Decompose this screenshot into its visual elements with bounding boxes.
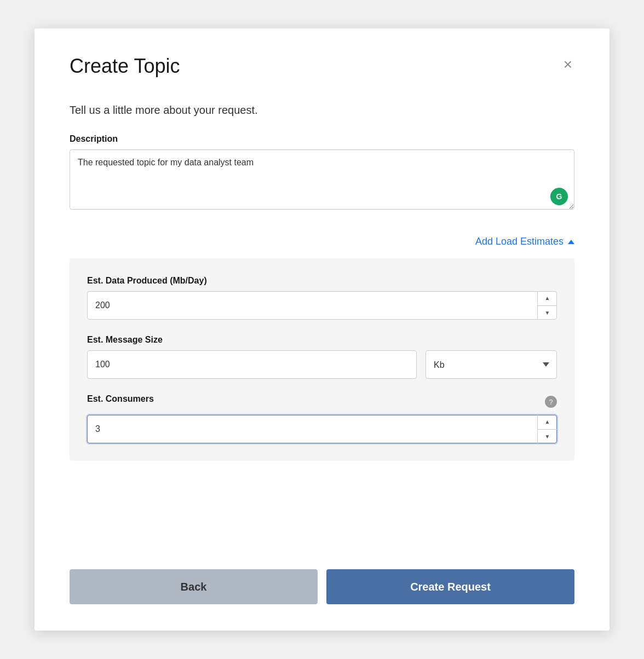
dialog-footer: Back Create Request	[70, 569, 574, 604]
message-size-input-wrapper	[87, 350, 417, 379]
add-load-estimates-button[interactable]: Add Load Estimates	[475, 236, 574, 247]
data-produced-label: Est. Data Produced (Mb/Day)	[87, 276, 557, 286]
message-size-row: Kb Mb Gb	[87, 350, 557, 379]
message-size-label: Est. Message Size	[87, 335, 557, 345]
description-label: Description	[70, 134, 574, 144]
consumers-input[interactable]	[87, 415, 557, 443]
subtitle: Tell us a little more about your request…	[70, 104, 574, 117]
data-produced-field: Est. Data Produced (Mb/Day) ▲ ▼	[87, 276, 557, 320]
back-button[interactable]: Back	[70, 569, 318, 604]
consumers-field: Est. Consumers ? ▲ ▼	[87, 394, 557, 443]
consumers-input-wrapper: ▲ ▼	[87, 415, 557, 443]
consumers-label-row: Est. Consumers ?	[87, 394, 557, 409]
create-request-button[interactable]: Create Request	[326, 569, 574, 604]
load-estimates-section: Est. Data Produced (Mb/Day) ▲ ▼ Est. Mes…	[70, 258, 574, 461]
consumers-label: Est. Consumers	[87, 394, 154, 404]
description-wrapper: The requested topic for my data analyst …	[70, 149, 574, 212]
message-size-unit-select[interactable]: Kb Mb Gb	[426, 350, 557, 379]
description-textarea[interactable]: The requested topic for my data analyst …	[70, 149, 574, 210]
close-button[interactable]: ×	[561, 55, 574, 74]
message-size-input[interactable]	[87, 350, 417, 379]
create-topic-dialog: Create Topic × Tell us a little more abo…	[34, 28, 610, 631]
data-produced-spin-down[interactable]: ▼	[538, 306, 557, 320]
add-load-estimates-row: Add Load Estimates	[70, 236, 574, 247]
description-field: Description The requested topic for my d…	[70, 134, 574, 221]
data-produced-input-wrapper: ▲ ▼	[87, 291, 557, 320]
consumers-spin-buttons: ▲ ▼	[537, 415, 557, 443]
message-size-unit-wrapper: Kb Mb Gb	[426, 350, 557, 379]
grammarly-icon: G	[550, 188, 568, 205]
consumers-spin-down[interactable]: ▼	[538, 430, 557, 444]
data-produced-spin-buttons: ▲ ▼	[537, 291, 557, 320]
consumers-help-icon[interactable]: ?	[545, 396, 557, 408]
consumers-spin-up[interactable]: ▲	[538, 415, 557, 430]
data-produced-input[interactable]	[87, 291, 557, 320]
chevron-up-icon	[568, 240, 574, 244]
add-load-estimates-label: Add Load Estimates	[475, 236, 564, 247]
dialog-header: Create Topic ×	[70, 55, 574, 78]
message-size-field: Est. Message Size Kb Mb Gb	[87, 335, 557, 379]
dialog-title: Create Topic	[70, 55, 180, 78]
data-produced-spin-up[interactable]: ▲	[538, 291, 557, 306]
